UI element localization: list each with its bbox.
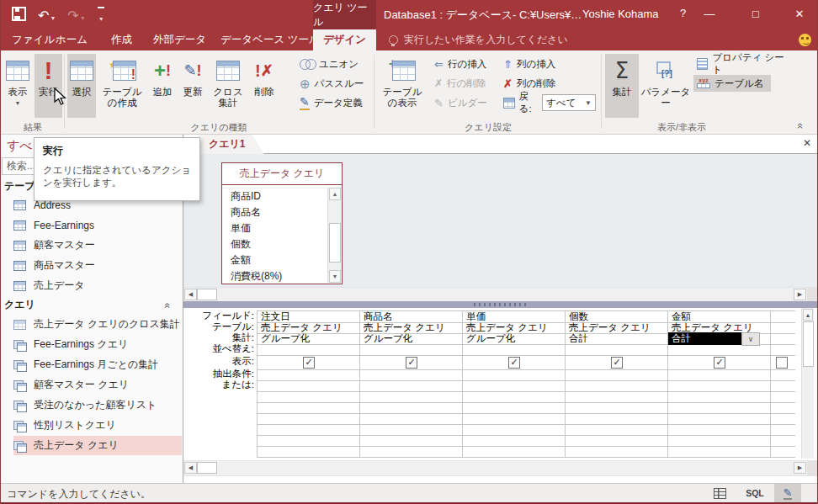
- customize-qat-button[interactable]: ▼: [98, 7, 104, 24]
- total-dropdown-icon[interactable]: ∨: [741, 332, 760, 346]
- nav-item-query[interactable]: 性別リストクエリ: [13, 416, 182, 435]
- grid-total-cell[interactable]: グループ化: [360, 333, 463, 344]
- nav-item-table[interactable]: 売上データ: [13, 276, 182, 295]
- nav-item-query[interactable]: 顧客マスター クエリ: [13, 375, 182, 395]
- datasheet-view-button[interactable]: [707, 484, 732, 502]
- field-list-item[interactable]: 商品ID: [222, 188, 342, 204]
- property-sheet-button[interactable]: プロパティ シート: [693, 56, 788, 72]
- grid-total-cell[interactable]: グループ化: [463, 333, 566, 344]
- pane-splitter[interactable]: [183, 301, 818, 308]
- grid-table-cell[interactable]: 売上データ クエリ: [258, 322, 360, 333]
- crosstab-button[interactable]: クロス集計: [209, 54, 247, 118]
- tab-home[interactable]: ホーム: [47, 29, 96, 50]
- show-checkbox-checked[interactable]: ✓: [303, 357, 315, 369]
- return-dropdown[interactable]: すべて▼: [542, 94, 596, 111]
- data-definition-button[interactable]: ✎データ定義: [296, 94, 377, 111]
- make-table-button[interactable]: ★! テーブルの作成: [98, 54, 146, 118]
- select-query-button[interactable]: 選択: [67, 54, 96, 118]
- union-button[interactable]: ユニオン: [296, 56, 377, 72]
- sql-view-button[interactable]: SQL: [742, 484, 768, 502]
- tell-me-box[interactable]: 実行したい作業を入力してください: [389, 29, 568, 50]
- collapse-ribbon-icon[interactable]: «: [794, 123, 807, 129]
- collapse-section-icon[interactable]: «: [162, 303, 174, 309]
- undo-button[interactable]: ↶▼: [38, 8, 56, 24]
- field-list-card[interactable]: 売上データ クエリ 商品ID 商品名 単価 個数 金額 消費税(8%) ▲ ▼: [221, 162, 343, 284]
- grid-field-cell[interactable]: 個数: [566, 311, 668, 322]
- nav-item-query[interactable]: 売上データ クエリのクロス集計: [13, 315, 182, 334]
- insert-columns-button[interactable]: ⇑列の挿入: [500, 56, 599, 72]
- scroll-right-icon[interactable]: ▶: [794, 462, 806, 474]
- grid-total-cell-selected[interactable]: 合計: [668, 332, 744, 345]
- design-view-button[interactable]: ✎: [774, 484, 801, 502]
- run-button[interactable]: ! 実行: [35, 54, 62, 118]
- pass-through-button[interactable]: ⊕パススルー: [296, 75, 377, 92]
- scroll-right-icon[interactable]: ▶: [794, 289, 806, 300]
- delete-query-button[interactable]: !✗ 削除: [249, 54, 279, 118]
- field-list-item[interactable]: 個数: [222, 236, 342, 252]
- grid-total-cell[interactable]: グループ化: [258, 333, 360, 344]
- append-button[interactable]: +! 追加: [148, 54, 177, 118]
- grid-vscrollbar[interactable]: ▲: [801, 308, 814, 459]
- nav-item-query-selected[interactable]: 売上データ クエリ: [13, 436, 182, 455]
- grid-table-cell[interactable]: 売上データ クエリ: [360, 322, 463, 333]
- scroll-left-icon[interactable]: ◀: [184, 289, 197, 300]
- field-list-item[interactable]: 消費税(8%): [222, 268, 342, 284]
- feedback-smiley-icon[interactable]: [799, 34, 811, 46]
- insert-rows-button[interactable]: ⇐行の挿入: [431, 56, 497, 72]
- nav-section-queries[interactable]: クエリ: [4, 298, 35, 312]
- view-button[interactable]: 表示▼: [3, 54, 32, 118]
- show-checkbox-checked[interactable]: ✓: [406, 357, 417, 369]
- nav-item-query[interactable]: Fee-Earnings 月ごとの集計: [13, 355, 182, 374]
- scrollbar-thumb[interactable]: [329, 223, 341, 263]
- qbe-grid[interactable]: 注文日 売上データ クエリ グループ化 ✓ 商品名 売上データ クエリ グループ…: [257, 310, 795, 458]
- tab-external[interactable]: 外部データ: [145, 29, 215, 50]
- grid-field-cell[interactable]: 単価: [463, 311, 566, 322]
- maximize-button[interactable]: □: [737, 0, 774, 28]
- status-message: コマンドを入力してください。: [7, 487, 151, 501]
- scroll-up-icon[interactable]: ▲: [803, 309, 813, 321]
- grid-hscrollbar[interactable]: ◀ ▶: [183, 460, 818, 476]
- grid-table-cell[interactable]: 売上データ クエリ: [566, 322, 668, 333]
- account-user-name[interactable]: Yoshie Kohama: [582, 8, 659, 20]
- tab-dbtools[interactable]: データベース ツール: [212, 29, 328, 50]
- nav-item-query[interactable]: Fee-Earnings クエリ: [13, 335, 182, 354]
- show-checkbox-checked[interactable]: ✓: [714, 357, 725, 369]
- scroll-down-icon[interactable]: ▼: [329, 270, 341, 283]
- close-button[interactable]: ✕: [781, 0, 818, 28]
- nav-item-table[interactable]: 顧客マスター: [13, 236, 182, 255]
- scroll-left-icon[interactable]: ◀: [184, 462, 197, 474]
- tab-design-selected[interactable]: デザイン: [313, 29, 376, 50]
- sigma-icon: Σ: [615, 57, 629, 84]
- scrollbar-thumb[interactable]: [197, 462, 217, 474]
- update-button[interactable]: ✎! 更新: [178, 54, 207, 118]
- totals-button[interactable]: Σ 集計: [605, 54, 639, 118]
- show-checkbox-checked[interactable]: ✓: [611, 357, 623, 369]
- save-icon[interactable]: [12, 7, 26, 24]
- nav-item-table[interactable]: 商品マスター: [13, 256, 182, 275]
- tab-create[interactable]: 作成: [103, 29, 141, 50]
- field-list-scrollbar[interactable]: ▲ ▼: [327, 188, 341, 283]
- scrollbar-thumb[interactable]: [803, 321, 814, 367]
- table-names-button[interactable]: xyzテーブル名: [693, 75, 771, 92]
- grid-field-cell[interactable]: 注文日: [258, 311, 360, 322]
- delete-columns-button[interactable]: ✗列の削除: [500, 75, 599, 92]
- grid-field-cell[interactable]: 金額: [668, 311, 771, 322]
- parameters-button[interactable]: パラメーター: [640, 54, 691, 118]
- document-close-icon[interactable]: ✕: [803, 137, 811, 149]
- show-checkbox-checked[interactable]: ✓: [508, 357, 520, 369]
- minimize-button[interactable]: —: [691, 0, 728, 28]
- show-table-button[interactable]: + テーブルの表示: [378, 54, 427, 118]
- field-list-item[interactable]: 金額: [222, 252, 342, 268]
- scroll-up-icon[interactable]: ▲: [329, 188, 341, 200]
- show-checkbox-unchecked[interactable]: [776, 357, 788, 369]
- grid-field-cell[interactable]: 商品名: [360, 311, 463, 322]
- field-list-item[interactable]: 商品名: [222, 204, 342, 220]
- grid-table-cell[interactable]: 売上データ クエリ: [463, 322, 566, 333]
- nav-item-table[interactable]: Fee-Earnings: [13, 215, 182, 235]
- nav-item-query[interactable]: 受注のなかった顧客リスト: [13, 395, 182, 415]
- grid-total-cell[interactable]: 合計: [566, 333, 668, 344]
- scrollbar-thumb[interactable]: [197, 289, 217, 300]
- field-list-item[interactable]: 単価: [222, 220, 342, 236]
- document-tab-query1[interactable]: クエリ1: [199, 135, 264, 154]
- help-icon[interactable]: ?: [680, 7, 686, 19]
